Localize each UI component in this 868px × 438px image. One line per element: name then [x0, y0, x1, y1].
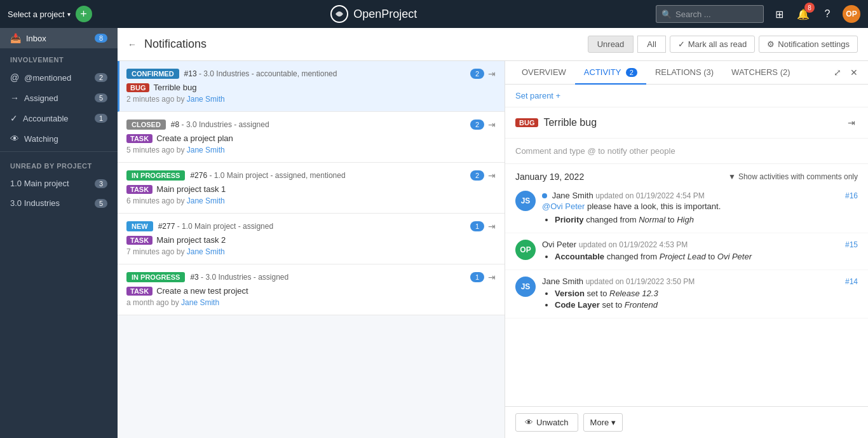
sidebar-divider: [0, 151, 118, 152]
search-input[interactable]: [675, 10, 758, 19]
all-filter-button[interactable]: All: [637, 36, 665, 53]
notif-share-icon-2[interactable]: ⇥: [488, 120, 496, 130]
notif-title-row-5: TASK Create a new test project: [126, 286, 496, 296]
author-link-1[interactable]: Jane Smith: [187, 95, 225, 104]
unwatch-button[interactable]: 👁 Unwatch: [515, 413, 578, 432]
back-button[interactable]: ←: [128, 39, 137, 50]
detail-footer: 👁 Unwatch More ▾: [505, 406, 868, 438]
activity-avatar-js-14: JS: [515, 277, 536, 297]
notification-item-3[interactable]: In progress #276 - 1.0 Main project - as…: [118, 163, 505, 214]
notif-icons-2: 2 ⇥: [470, 120, 496, 130]
mentioned-count: 2: [95, 73, 107, 82]
sidebar-item-watching[interactable]: 👁 Watching: [0, 128, 118, 149]
issue-id-5: #3: [190, 273, 198, 282]
search-icon: 🔍: [661, 10, 672, 19]
accountable-icon: ✓: [10, 113, 18, 123]
top-navigation: Select a project ▾ + OpenProject 🔍 ⊞ 🔔 8…: [0, 0, 868, 28]
tab-watchers[interactable]: WATCHERS (2): [722, 61, 799, 85]
notification-settings-button[interactable]: ⚙ Notification settings: [759, 36, 858, 53]
tab-relations[interactable]: RELATIONS (3): [646, 61, 722, 85]
more-button[interactable]: More ▾: [583, 413, 623, 432]
activity-dot-16: [542, 193, 547, 198]
reason-5: assigned: [258, 273, 288, 282]
mention-link[interactable]: @Ovi Peter: [542, 202, 585, 211]
sidebar-item-inbox[interactable]: 📥 Inbox 8: [0, 28, 118, 48]
activity-timestamp-15: updated on 01/19/2022 4:53 PM: [579, 240, 688, 249]
notif-share-icon-5[interactable]: ⇥: [488, 272, 496, 282]
unread-by-project-header: UNREAD BY PROJECT: [0, 154, 118, 174]
notification-item-1[interactable]: Confirmed #13 - 3.0 Industries - account…: [118, 61, 505, 112]
sidebar-item-assigned[interactable]: → Assigned 5: [0, 88, 118, 108]
reason-4: assigned: [243, 222, 273, 231]
activity-body-15: Ovi Peter updated on 01/19/2022 4:53 PM …: [542, 240, 858, 263]
issue-id-4: #277: [158, 222, 175, 231]
notif-share-icon-4[interactable]: ⇥: [488, 221, 496, 231]
notif-title-3: Main project task 1: [156, 184, 226, 194]
user-avatar[interactable]: OP: [843, 5, 860, 23]
issue-id-1: #13: [184, 69, 197, 78]
type-badge-task-3: TASK: [126, 185, 153, 194]
activity-ref-14: #14: [845, 277, 858, 286]
notification-settings-label: Notification settings: [778, 39, 850, 49]
author-link-4[interactable]: Jane Smith: [187, 247, 225, 256]
author-link-2[interactable]: Jane Smith: [187, 146, 225, 154]
comment-input-area[interactable]: Comment and type @ to notify other peopl…: [505, 139, 868, 164]
project-selector[interactable]: Select a project ▾: [8, 10, 71, 19]
activity-filter[interactable]: ▼ Show activities with comments only: [728, 172, 858, 181]
close-icon[interactable]: ✕: [848, 65, 860, 80]
notif-count-5: 1: [470, 272, 484, 282]
notif-count-3: 2: [470, 170, 484, 181]
activity-changes-15: Accountable changed from Project Lead to…: [542, 252, 858, 261]
activity-change-item: Priority changed from Normal to High: [555, 215, 858, 224]
detail-content: Set parent + BUG Terrible bug ⇥ Comment …: [505, 85, 868, 406]
notif-time-5: a month ago by Jane Smith: [126, 298, 496, 307]
activity-change-codelayer: Code Layer set to Frontend: [555, 300, 858, 310]
notification-item-5[interactable]: In progress #3 - 3.0 Industries - assign…: [118, 264, 505, 315]
notif-meta-2: #8 - 3.0 Industries - assigned: [171, 120, 269, 129]
activity-author-name-15: Ovi Peter: [542, 240, 576, 249]
mentioned-icon: @: [10, 72, 19, 83]
notification-item-4[interactable]: New #277 - 1.0 Main project - assigned 1…: [118, 214, 505, 264]
sidebar-inbox-count: 8: [95, 34, 107, 43]
notif-time-4: 7 minutes ago by Jane Smith: [126, 247, 496, 256]
share-icon[interactable]: ⇥: [845, 115, 858, 130]
header-actions: Unread All ✓ Mark all as read ⚙ Notifica…: [588, 36, 858, 53]
search-box[interactable]: 🔍: [656, 5, 764, 23]
sidebar-item-mentioned[interactable]: @ @mentioned 2: [0, 67, 118, 88]
time-2: 5 minutes ago: [126, 146, 174, 154]
unread-filter-button[interactable]: Unread: [588, 36, 634, 53]
author-link-5[interactable]: Jane Smith: [181, 298, 219, 307]
time-3: 6 minutes ago: [126, 196, 174, 205]
notification-list: Confirmed #13 - 3.0 Industries - account…: [118, 61, 505, 438]
sidebar-inbox-label: Inbox: [26, 34, 90, 43]
notif-title-5: Create a new test project: [156, 286, 248, 296]
apps-icon-button[interactable]: ⊞: [770, 5, 788, 23]
industries-label: 3.0 Industries: [10, 198, 90, 208]
sidebar-item-industries[interactable]: 3.0 Industries 5: [0, 193, 118, 213]
set-parent-link[interactable]: Set parent +: [515, 91, 560, 100]
notifications-header: ← Notifications Unread All ✓ Mark all as…: [118, 28, 868, 61]
watching-icon: 👁: [10, 133, 19, 144]
notification-item-2[interactable]: Closed #8 - 3.0 Industries - assigned 2 …: [118, 112, 505, 163]
expand-icon[interactable]: ⤢: [831, 65, 844, 80]
mark-all-read-button[interactable]: ✓ Mark all as read: [670, 36, 755, 53]
help-icon-button[interactable]: ?: [818, 5, 836, 23]
notif-time-1: 2 minutes ago by Jane Smith: [126, 95, 496, 104]
watching-label: Watching: [24, 134, 107, 144]
notif-share-icon-1[interactable]: ⇥: [488, 69, 496, 79]
notif-share-icon-3[interactable]: ⇥: [488, 170, 496, 181]
notif-title-row-4: TASK Main project task 2: [126, 235, 496, 245]
tab-relations-label: RELATIONS (3): [655, 67, 714, 77]
add-project-button[interactable]: +: [76, 6, 92, 22]
tab-activity[interactable]: ACTIVITY 2: [575, 61, 646, 85]
activity-change-item-15: Accountable changed from Project Lead to…: [555, 252, 858, 261]
sidebar-item-main-project[interactable]: 1.0 Main project 3: [0, 174, 118, 193]
activity-entry-15: OP Ovi Peter updated on 01/19/2022 4:53 …: [505, 233, 868, 270]
tab-overview[interactable]: OVERVIEW: [513, 61, 575, 85]
sidebar-item-accountable[interactable]: ✓ Accountable 1: [0, 108, 118, 128]
author-link-3[interactable]: Jane Smith: [187, 196, 225, 205]
notifications-icon-button[interactable]: 🔔 8: [794, 5, 812, 23]
status-badge-inprogress-3: In progress: [126, 170, 185, 181]
activity-changes-14: Version set to Release 12.3 Code Layer s…: [542, 289, 858, 310]
filter-icon: ▼: [728, 172, 736, 181]
